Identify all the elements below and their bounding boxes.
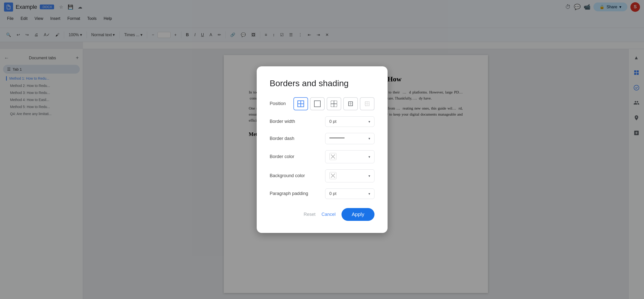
border-dash-label: Border dash [270,136,325,141]
border-dash-dropdown[interactable]: ▾ [325,133,374,144]
border-dash-row: Border dash ▾ [270,133,374,144]
paragraph-padding-label: Paragraph padding [270,191,325,196]
position-buttons [293,97,374,110]
paragraph-padding-row: Paragraph padding 0 pt ▾ [270,188,374,199]
paragraph-padding-dropdown[interactable]: 0 pt ▾ [325,188,374,199]
position-no-borders-btn[interactable] [360,97,374,110]
position-all-borders-btn[interactable] [293,97,308,110]
svg-rect-8 [314,101,320,107]
border-width-dropdown[interactable]: 0 pt ▾ [325,116,374,127]
border-width-label: Border width [270,119,325,124]
border-color-preview [329,153,336,160]
background-color-swatch [329,172,366,180]
border-dash-control: ▾ [325,133,374,144]
border-dash-icon [329,136,366,141]
border-width-row: Border width 0 pt ▾ [270,116,374,127]
position-outer-borders-btn[interactable] [343,97,358,110]
position-row: Position [270,97,374,110]
modal-title: Borders and shading [270,78,374,88]
border-dash-chevron-icon: ▾ [368,136,370,140]
modal-overlay: Borders and shading Position [0,0,644,299]
border-color-dropdown[interactable]: ▾ [325,150,374,163]
borders-shading-modal: Borders and shading Position [257,66,388,233]
border-width-value: 0 pt [329,119,366,124]
border-width-control: 0 pt ▾ [325,116,374,127]
paragraph-padding-value: 0 pt [329,191,366,196]
border-color-chevron-icon: ▾ [368,155,370,159]
reset-button[interactable]: Reset [304,212,315,217]
border-color-label: Border color [270,154,325,159]
background-color-label: Background color [270,173,325,178]
border-width-chevron-icon: ▾ [368,120,370,124]
cancel-button[interactable]: Cancel [321,212,335,217]
border-color-row: Border color ▾ [270,150,374,163]
modal-footer: Reset Cancel Apply [270,208,374,221]
position-label: Position [270,101,293,106]
paragraph-padding-control: 0 pt ▾ [325,188,374,199]
position-inner-borders-btn[interactable] [327,97,341,110]
background-color-preview [329,172,336,179]
border-color-swatch [329,153,366,161]
background-color-control: ▾ [325,169,374,182]
background-color-dropdown[interactable]: ▾ [325,169,374,182]
background-color-chevron-icon: ▾ [368,174,370,178]
apply-button[interactable]: Apply [342,208,374,221]
background-color-row: Background color ▾ [270,169,374,182]
position-box-border-btn[interactable] [310,97,325,110]
border-color-control: ▾ [325,150,374,163]
paragraph-padding-chevron-icon: ▾ [368,192,370,196]
